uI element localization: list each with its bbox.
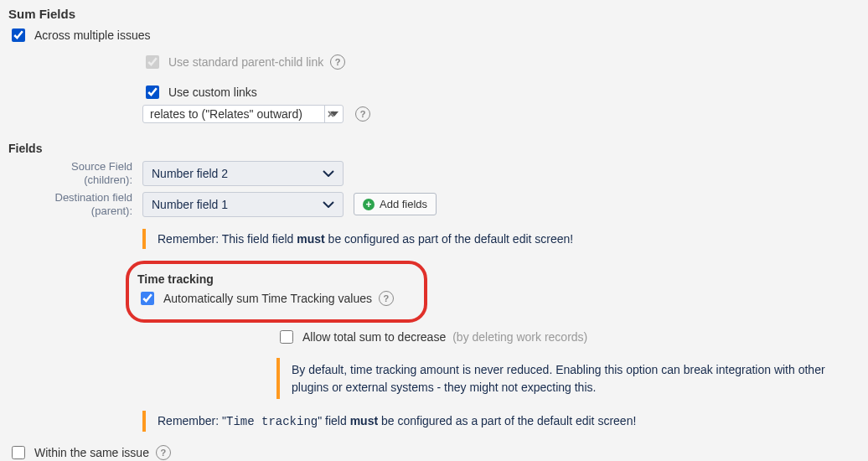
field-note: Remember: This field field must be confi… bbox=[142, 229, 846, 249]
help-icon[interactable]: ? bbox=[156, 445, 171, 460]
source-field-value: Number field 2 bbox=[152, 167, 228, 180]
help-icon[interactable]: ? bbox=[330, 54, 345, 70]
parent-child-label: Use standard parent-child link bbox=[168, 55, 323, 69]
custom-links-label: Use custom links bbox=[168, 85, 257, 99]
allow-decrease-label: Allow total sum to decrease bbox=[302, 330, 446, 344]
allow-decrease-checkbox[interactable] bbox=[280, 330, 293, 344]
custom-links-select[interactable]: relates to ("Relates" outward) × bbox=[142, 105, 344, 123]
allow-decrease-suffix: (by deleting work records) bbox=[452, 330, 587, 344]
chevron-down-icon bbox=[323, 170, 334, 177]
source-field-select[interactable]: Number field 2 bbox=[142, 161, 344, 186]
auto-sum-label: Automatically sum Time Tracking values bbox=[163, 292, 372, 305]
auto-sum-checkbox[interactable] bbox=[141, 292, 154, 305]
dest-field-select[interactable]: Number field 1 bbox=[142, 192, 344, 217]
page-title: Sum Fields bbox=[8, 7, 860, 21]
dest-field-value: Number field 1 bbox=[152, 198, 228, 211]
source-field-label: Source Field(children): bbox=[8, 160, 132, 186]
chevron-down-icon bbox=[323, 201, 334, 208]
dropdown-toggle[interactable] bbox=[324, 106, 343, 122]
fields-heading: Fields bbox=[8, 142, 860, 155]
plus-icon: + bbox=[363, 199, 375, 210]
same-issue-checkbox[interactable] bbox=[12, 446, 25, 459]
time-tracking-note: Remember: "Time tracking" field must be … bbox=[142, 411, 846, 432]
help-icon[interactable]: ? bbox=[355, 106, 370, 122]
dest-field-label: Destination field(parent): bbox=[8, 191, 132, 217]
help-icon[interactable]: ? bbox=[379, 291, 394, 306]
time-tracking-highlight: Time tracking Automatically sum Time Tra… bbox=[126, 261, 427, 323]
across-multiple-label: Across multiple issues bbox=[34, 28, 151, 42]
parent-child-checkbox bbox=[146, 55, 159, 69]
allow-decrease-note: By default, time tracking amount is neve… bbox=[276, 358, 860, 399]
add-fields-label: Add fields bbox=[380, 198, 427, 210]
across-multiple-checkbox[interactable] bbox=[12, 28, 25, 42]
add-fields-button[interactable]: + Add fields bbox=[354, 193, 437, 215]
custom-links-checkbox[interactable] bbox=[146, 85, 159, 99]
same-issue-label: Within the same issue bbox=[34, 446, 149, 459]
custom-links-value: relates to ("Relates" outward) bbox=[150, 107, 302, 121]
time-tracking-heading: Time tracking bbox=[137, 272, 412, 286]
